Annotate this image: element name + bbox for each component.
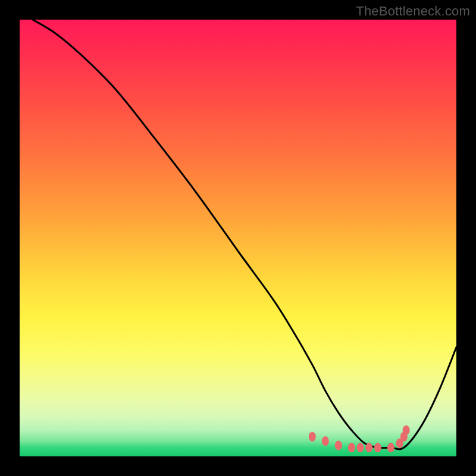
plot-area — [20, 20, 456, 456]
curve-marker — [335, 441, 342, 450]
chart-frame: TheBottleneck.com — [0, 0, 476, 476]
curve-marker — [374, 443, 381, 452]
curve-marker — [403, 425, 410, 435]
curve-marker — [309, 432, 316, 441]
watermark-text: TheBottleneck.com — [356, 4, 470, 19]
curve-marker — [322, 436, 329, 446]
curve-marker — [365, 443, 372, 452]
curve-marker — [357, 443, 364, 452]
curve-marker — [387, 443, 394, 452]
curve-layer — [20, 20, 456, 456]
bottleneck-curve — [33, 20, 456, 449]
curve-marker — [348, 443, 355, 452]
